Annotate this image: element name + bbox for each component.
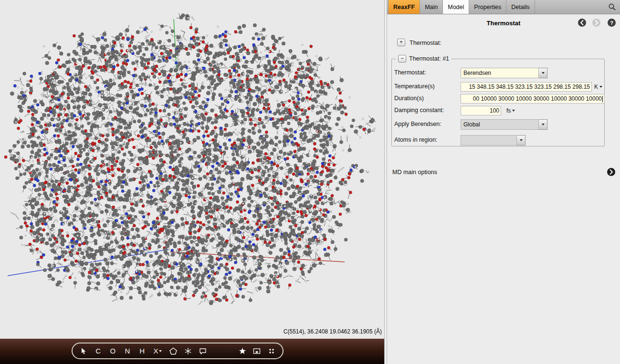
hydrogen-tool-label: H (139, 347, 145, 355)
speech-bubble-icon (199, 347, 207, 355)
apply-berendsen-value: Global (461, 119, 539, 130)
search-icon (608, 3, 616, 11)
atoms-region-value (461, 135, 517, 146)
tab-reaxff[interactable]: ReaxFF (388, 0, 420, 14)
snowflake-icon (184, 347, 192, 355)
fragments-tool[interactable] (266, 346, 277, 356)
oxygen-tool-label: O (110, 347, 116, 355)
apply-berendsen-label: Apply Berendsen: (394, 121, 441, 127)
chevron-down-icon (512, 110, 515, 112)
tab-reaxff-label: ReaxFF (393, 4, 415, 10)
damping-unit-select[interactable]: fs (506, 107, 515, 114)
tab-model[interactable]: Model (443, 0, 469, 14)
pentagon-icon (169, 347, 177, 355)
thermostat-label: Thermostat: (394, 69, 426, 76)
tab-details[interactable]: Details (506, 0, 535, 14)
apply-berendsen-select-button[interactable] (539, 119, 547, 130)
tab-main[interactable]: Main (420, 0, 443, 14)
tab-details-label: Details (511, 4, 529, 10)
text-caret (602, 96, 603, 102)
back-button[interactable] (578, 19, 586, 27)
carbon-tool-label: C (95, 347, 101, 355)
md-main-options-link[interactable]: MD main options (392, 169, 437, 176)
collapse-thermostat-button[interactable]: − (398, 55, 406, 62)
annotation-tool[interactable] (198, 346, 208, 356)
add-thermostat-label: Thermostat: (410, 40, 441, 46)
nitrogen-tool-label: N (125, 347, 130, 355)
tab-properties[interactable]: Properties (469, 0, 506, 14)
damping-unit-label: fs (506, 107, 511, 114)
carbon-tool[interactable]: C (93, 346, 104, 356)
apply-berendsen-select[interactable]: Global (461, 119, 547, 130)
thermostat-select[interactable]: Berendsen (461, 68, 547, 78)
dropdown-arrow-icon (520, 139, 523, 141)
viewer-bottom-bar: C O N H X (0, 339, 385, 364)
temperature-unit-select[interactable]: K (594, 83, 602, 90)
dropdown-arrow-icon (542, 72, 545, 74)
molecule-canvas[interactable] (0, 0, 385, 339)
chevron-down-icon (599, 86, 602, 88)
hydrogen-tool[interactable]: H (137, 346, 147, 356)
tab-main-label: Main (425, 4, 438, 10)
oxygen-tool[interactable]: O (107, 346, 118, 356)
favorites-tool[interactable] (237, 346, 248, 356)
temperature-value: 15 348.15 348.15 323.15 323.15 298.15 29… (469, 83, 590, 90)
help-label: ? (610, 20, 613, 26)
nitrogen-tool[interactable]: N (122, 346, 133, 356)
pointer-tool[interactable] (78, 346, 89, 356)
temperature-label: Temperature(s) (394, 83, 435, 90)
thermostat-1-legend: − Thermostat: #1 (396, 55, 452, 62)
temperature-input[interactable]: 15 348.15 348.15 323.15 323.15 298.15 29… (461, 82, 592, 92)
frame-icon (253, 347, 261, 355)
preoptimize-tool[interactable] (183, 346, 193, 356)
add-thermostat-button[interactable]: + (397, 39, 405, 46)
star-icon (239, 347, 246, 355)
atoms-region-select[interactable] (461, 135, 525, 146)
search-button[interactable] (608, 3, 616, 11)
thermostat-select-value: Berendsen (461, 68, 539, 78)
help-button[interactable]: ? (608, 19, 616, 27)
thermostat-select-button[interactable] (539, 68, 547, 78)
thermostat-1-group: − Thermostat: #1 Thermostat: Berendsen T… (391, 59, 605, 146)
temperature-unit-label: K (594, 83, 598, 90)
builder-toolbar: C O N H X (72, 343, 284, 359)
panel-tab-bar: ReaxFF Main Model Properties Details (387, 0, 620, 14)
damping-value: 100 (490, 107, 499, 114)
chevron-left-icon (579, 20, 585, 26)
duration-input[interactable]: 00 10000 30000 10000 30000 10000 30000 1… (461, 94, 605, 104)
molecule-viewer[interactable]: C(5514), 36.2408 19.0462 36.1905 (Å) (0, 0, 385, 339)
ring-tool[interactable] (168, 346, 179, 356)
input-panel: ReaxFF Main Model Properties Details The… (387, 0, 620, 364)
thermostat-1-legend-label: Thermostat: #1 (409, 55, 449, 62)
dropdown-arrow-icon (542, 124, 545, 125)
atom-status-readout: C(5514), 36.2408 19.0462 36.1905 (Å) (284, 328, 382, 335)
duration-value: 00 10000 30000 10000 30000 10000 30000 1… (473, 95, 602, 102)
damping-label: Damping constant: (394, 107, 444, 114)
element-picker-tool[interactable]: X (152, 346, 164, 356)
atoms-region-label: Atoms in region: (394, 136, 437, 143)
chevron-right-icon (609, 169, 614, 175)
forward-button[interactable] (592, 19, 600, 27)
damping-input[interactable]: 100 (461, 106, 501, 115)
md-main-options-button[interactable] (607, 168, 615, 176)
element-picker-label: X (153, 347, 158, 355)
pointer-icon (80, 347, 87, 355)
chevron-down-icon (159, 350, 162, 352)
atoms-region-select-button[interactable] (517, 135, 525, 146)
duration-label: Duration(s) (394, 95, 424, 102)
tab-model-label: Model (448, 4, 464, 10)
dots-grid-icon (268, 347, 275, 355)
frame-tool[interactable] (252, 346, 263, 356)
chevron-right-icon (594, 20, 599, 26)
tab-properties-label: Properties (474, 4, 501, 10)
